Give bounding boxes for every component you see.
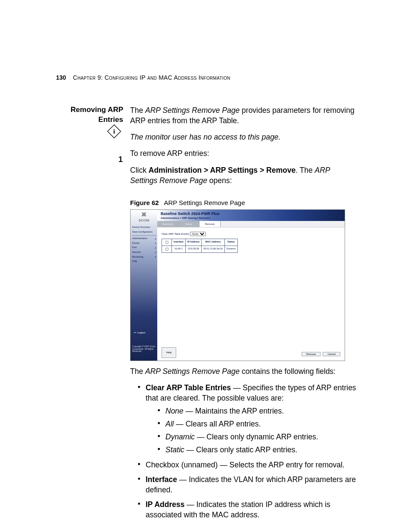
nav-device-summary[interactable]: Device Summary bbox=[132, 225, 156, 230]
value-desc: — Clears only dynamic ARP entries. bbox=[195, 432, 318, 441]
page-name-italic: ARP Settings Remove Page bbox=[145, 367, 240, 376]
clear-arp-label: Clear ARP Table Entries bbox=[162, 233, 189, 235]
brand-text: 3COM bbox=[138, 218, 149, 222]
cell-interface: VLAN 1 bbox=[172, 246, 186, 252]
intro-paragraph: The ARP Settings Remove Page provides pa… bbox=[130, 105, 358, 126]
nav-list: Device Summary Save Configuration Admini… bbox=[132, 225, 156, 264]
tab-summary[interactable]: Summary bbox=[157, 221, 178, 227]
screenshot-content: Clear ARP Table Entries None Interface I… bbox=[157, 227, 345, 257]
list-item: Dynamic — Clears only dynamic ARP entrie… bbox=[158, 432, 358, 442]
nav-device[interactable]: Device bbox=[132, 241, 156, 246]
list-item: Checkbox (unnamed) — Selects the ARP ent… bbox=[138, 460, 358, 470]
step-number: 1 bbox=[118, 155, 123, 164]
row-checkbox[interactable] bbox=[165, 248, 168, 251]
value-name: All bbox=[165, 420, 174, 428]
field-name: Interface bbox=[146, 475, 177, 484]
field-list: Clear ARP Table Entries — Specifies the … bbox=[138, 383, 358, 520]
page-name-italic: ARP Settings Remove Page bbox=[145, 106, 240, 115]
nav-administration[interactable]: Administration bbox=[132, 236, 156, 241]
clear-arp-select[interactable]: None bbox=[190, 232, 206, 236]
value-desc: — Clears only static ARP entries. bbox=[184, 445, 297, 454]
nav-save-config[interactable]: Save Configuration bbox=[132, 230, 156, 234]
info-icon: i bbox=[107, 124, 121, 139]
title-bar: Baseline Switch 2924-PWR Plus Administra… bbox=[157, 210, 345, 221]
contains-line: The ARP Settings Remove Page contains th… bbox=[130, 366, 358, 376]
tab-setup[interactable]: Setup bbox=[178, 221, 199, 227]
table-row: VLAN 1 10.6.39.26 00:11:11:6b:3a:1b Dyna… bbox=[162, 246, 238, 252]
chapter-title: Chapter 9: Configuring IP and MAC Addres… bbox=[73, 74, 230, 81]
nav-path: Administration > ARP Settings > Remove bbox=[149, 166, 296, 174]
select-all-checkbox[interactable] bbox=[165, 241, 168, 244]
step-1-body: Click Administration > ARP Settings > Re… bbox=[130, 165, 358, 186]
help-button[interactable]: Help bbox=[162, 347, 176, 358]
button-bar: Help Remove Cancel bbox=[162, 347, 340, 358]
cancel-button[interactable]: Cancel bbox=[323, 352, 340, 356]
nav-port[interactable]: Port bbox=[132, 246, 156, 250]
figure-title: ARP Settings Remove Page bbox=[164, 199, 245, 206]
list-item: Interface — Indicates the VLAN for which… bbox=[138, 474, 358, 495]
screenshot-sidebar: ⌘3COM Device Summary Save Configuration … bbox=[131, 210, 157, 361]
col-mac: MAC Address bbox=[202, 239, 224, 246]
col-checkbox bbox=[162, 239, 172, 246]
list-item: Clear ARP Table Entries — Specifies the … bbox=[138, 383, 358, 455]
running-header: 130 Chapter 9: Configuring IP and MAC Ad… bbox=[56, 74, 230, 81]
copyright-text: Copyright © 2007 3Com Corporation. All R… bbox=[132, 345, 156, 353]
section-heading: Removing ARP Entries bbox=[56, 105, 123, 125]
arp-table: Interface IP Address MAC Address Status … bbox=[162, 239, 238, 253]
value-desc: — Maintains the ARP entries. bbox=[184, 407, 284, 415]
clear-arp-line: Clear ARP Table Entries None bbox=[162, 232, 340, 236]
list-item: All — Clears all ARP entries. bbox=[158, 419, 358, 429]
table-header-row: Interface IP Address MAC Address Status bbox=[162, 239, 238, 246]
col-status: Status bbox=[224, 239, 237, 246]
text: contains the following fields: bbox=[240, 367, 336, 376]
page-number: 130 bbox=[56, 74, 66, 81]
col-interface: Interface bbox=[172, 239, 186, 246]
text: The bbox=[130, 367, 145, 376]
to-remove-line: To remove ARP entries: bbox=[130, 148, 358, 159]
nav-security[interactable]: Security bbox=[132, 250, 156, 255]
value-name: Dynamic bbox=[165, 432, 195, 441]
list-item: Static — Clears only static ARP entries. bbox=[158, 445, 358, 455]
nav-help[interactable]: Help bbox=[132, 259, 156, 264]
cell-status: Dynamic bbox=[224, 246, 237, 252]
figure-label: Figure 62 bbox=[130, 199, 159, 206]
figure-caption: Figure 62 ARP Settings Remove Page bbox=[130, 199, 358, 208]
tab-remove[interactable]: Remove bbox=[199, 221, 221, 227]
screenshot: ⌘3COM Device Summary Save Configuration … bbox=[130, 209, 345, 361]
list-item: IP Address — Indicates the station IP ad… bbox=[138, 499, 358, 520]
value-name: None bbox=[165, 407, 184, 415]
text: Click bbox=[130, 166, 149, 174]
cell-ip: 10.6.39.26 bbox=[185, 246, 201, 252]
value-desc: — Clears all ARP entries. bbox=[174, 420, 261, 428]
screenshot-main: Baseline Switch 2924-PWR Plus Administra… bbox=[157, 210, 345, 361]
breadcrumb: Administration > ARP Setting [ Remove ] bbox=[161, 216, 341, 220]
value-list: None — Maintains the ARP entries. All — … bbox=[158, 406, 358, 455]
text: opens: bbox=[207, 176, 232, 185]
list-item: None — Maintains the ARP entries. bbox=[158, 406, 358, 416]
col-ip: IP Address bbox=[185, 239, 201, 246]
field-name: Clear ARP Table Entries bbox=[146, 383, 231, 392]
svg-text:i: i bbox=[113, 128, 115, 135]
remove-button[interactable]: Remove bbox=[302, 352, 321, 356]
access-note: The monitor user has no access to this p… bbox=[130, 132, 358, 142]
value-name: Static bbox=[165, 445, 184, 454]
nav-monitoring[interactable]: Monitoring bbox=[132, 255, 156, 259]
brand-logo: ⌘3COM bbox=[131, 211, 157, 223]
field-desc: — Indicates the VLAN for which ARP param… bbox=[146, 475, 356, 494]
product-title: Baseline Switch 2924-PWR Plus bbox=[161, 211, 341, 216]
field-name: IP Address bbox=[146, 500, 184, 509]
logout-link[interactable]: Logout bbox=[134, 331, 145, 334]
nav-separator bbox=[132, 235, 156, 236]
field-desc: Checkbox (unnamed) — Selects the ARP ent… bbox=[146, 460, 345, 469]
text: The bbox=[130, 106, 145, 115]
text: . The bbox=[296, 166, 314, 174]
tab-bar: Summary Setup Remove bbox=[157, 221, 345, 227]
cell-mac: 00:11:11:6b:3a:1b bbox=[202, 246, 224, 252]
